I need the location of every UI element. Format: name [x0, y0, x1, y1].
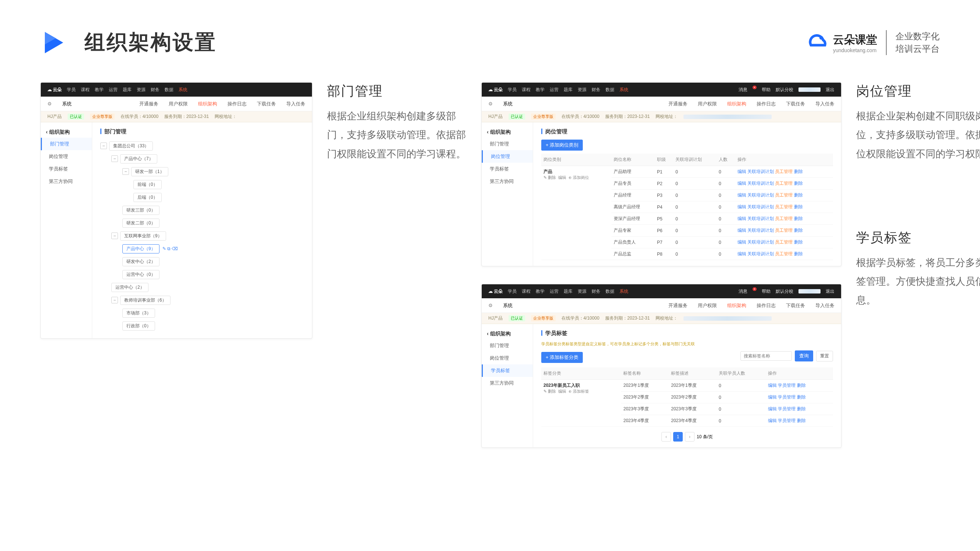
tag-category-cell[interactable]: 2023年新员工入职✎ 删除 编辑 ⊕ 添加标签 [541, 380, 621, 427]
tab-download[interactable]: 下载任务 [257, 101, 276, 107]
row-ops[interactable]: 编辑 关联培训计划 员工管理 删除 [735, 166, 833, 178]
page-1[interactable]: 1 [673, 432, 683, 441]
logout-link[interactable]: 退出 [826, 288, 835, 295]
row-ops[interactable]: 编辑 关联培训计划 员工管理 删除 [735, 225, 833, 237]
help-link[interactable]: 帮助 [762, 87, 770, 93]
sidenav-third[interactable]: 第三方协同 [41, 175, 92, 188]
nav-ops[interactable]: 运营 [109, 87, 118, 93]
tree-node[interactable]: 后端（0） [134, 193, 162, 202]
reset-button[interactable]: 重置 [816, 351, 833, 362]
nav-item[interactable]: 财务 [592, 87, 600, 93]
nav-item[interactable]: 资源 [578, 288, 587, 295]
row-ops[interactable]: 编辑 关联培训计划 员工管理 删除 [735, 237, 833, 248]
nav-item[interactable]: 题库 [564, 288, 573, 295]
help-link[interactable]: 帮助 [762, 288, 770, 295]
tab[interactable]: 导入任务 [815, 302, 835, 309]
tag-search-input[interactable] [740, 351, 792, 361]
sidenav-back[interactable]: ‹ 组织架构 [41, 127, 92, 138]
add-tag-category-button[interactable]: + 添加标签分类 [541, 352, 583, 363]
tab[interactable]: 下载任务 [786, 302, 805, 309]
post-category-cell[interactable]: 产品✎ 删除 编辑 ⊕ 添加岗位 [541, 166, 611, 260]
tab[interactable]: 操作日志 [757, 101, 776, 107]
tree-node-active[interactable]: 产品中心（9） [123, 244, 159, 254]
nav-item[interactable]: 学员 [508, 87, 517, 93]
nav-courses[interactable]: 课程 [81, 87, 90, 93]
search-button[interactable]: 查询 [795, 351, 813, 362]
nav-finance[interactable]: 财务 [151, 87, 159, 93]
tab[interactable]: 组织架构 [727, 101, 746, 107]
msg-link[interactable]: 消息 [738, 288, 748, 295]
row-ops[interactable]: 编辑 学员管理 删除 [766, 403, 833, 415]
nav-item[interactable]: 资源 [578, 87, 587, 93]
sidenav-dept[interactable]: 部门管理 [482, 340, 533, 352]
nav-item[interactable]: 教学 [536, 87, 544, 93]
nav-question[interactable]: 题库 [123, 87, 132, 93]
tree-node[interactable]: 市场部（3） [123, 308, 155, 318]
sidenav-dept[interactable]: 部门管理 [482, 138, 533, 150]
tree-toggle-icon[interactable]: − [111, 297, 118, 303]
nav-item[interactable]: 课程 [522, 87, 531, 93]
tab[interactable]: 操作日志 [757, 302, 776, 309]
tree-node[interactable]: 运营中心（0） [123, 270, 159, 279]
nav-item[interactable]: 教学 [536, 288, 544, 295]
tab[interactable]: 下载任务 [786, 101, 805, 107]
page-size[interactable]: 10 条/页 [697, 434, 713, 440]
page-prev[interactable]: ‹ [662, 432, 671, 441]
tab-open-service[interactable]: 开通服务 [139, 101, 158, 107]
tree-node[interactable]: 教师培训事业部（6） [120, 296, 170, 305]
nav-item[interactable]: 课程 [522, 288, 531, 295]
tree-node[interactable]: 运营中心（2） [111, 283, 148, 292]
tab-user-perm[interactable]: 用户权限 [169, 101, 188, 107]
tree-node[interactable]: 研发一部（1） [131, 167, 168, 176]
nav-item[interactable]: 系统 [619, 87, 628, 93]
tab-log[interactable]: 操作日志 [228, 101, 247, 107]
tab[interactable]: 用户权限 [698, 101, 717, 107]
sidenav-back[interactable]: ‹ 组织架构 [482, 329, 533, 340]
sidenav-tag[interactable]: 学员标签 [41, 163, 92, 175]
sidenav-post[interactable]: 岗位管理 [41, 150, 92, 163]
row-ops[interactable]: 编辑 关联培训计划 员工管理 删除 [735, 248, 833, 260]
add-post-category-button[interactable]: + 添加岗位类别 [541, 140, 583, 151]
nav-item[interactable]: 学员 [508, 288, 517, 295]
msg-link[interactable]: 消息 [738, 87, 748, 93]
nav-item[interactable]: 数据 [606, 288, 614, 295]
logout-link[interactable]: 退出 [826, 87, 835, 93]
tree-node[interactable]: 研发二部（0） [123, 219, 159, 228]
nav-item[interactable]: 系统 [619, 288, 628, 295]
row-ops[interactable]: 编辑 关联培训计划 员工管理 删除 [735, 201, 833, 213]
nav-item[interactable]: 题库 [564, 87, 573, 93]
row-ops[interactable]: 编辑 学员管理 删除 [766, 392, 833, 403]
tree-toggle-icon[interactable]: − [100, 143, 107, 149]
branch-link[interactable]: 默认分校 [776, 87, 793, 93]
tab[interactable]: 导入任务 [815, 101, 835, 107]
sidenav-post[interactable]: 岗位管理 [482, 352, 533, 364]
tree-toggle-icon[interactable]: − [111, 156, 118, 162]
tree-node[interactable]: 行政部（0） [123, 321, 155, 330]
sidenav-post[interactable]: 岗位管理 [482, 150, 533, 163]
sidenav-dept[interactable]: 部门管理 [41, 138, 92, 150]
nav-item[interactable]: 运营 [550, 87, 558, 93]
row-ops[interactable]: 编辑 学员管理 删除 [766, 415, 833, 427]
sidenav-third[interactable]: 第三方协同 [482, 175, 533, 188]
row-ops[interactable]: 编辑 关联培训计划 员工管理 删除 [735, 178, 833, 189]
tree-node[interactable]: 产品中心（7） [120, 154, 157, 164]
branch-link[interactable]: 默认分校 [776, 288, 793, 295]
tree-toggle-icon[interactable]: − [123, 168, 129, 175]
row-ops[interactable]: 编辑 关联培训计划 员工管理 删除 [735, 189, 833, 201]
tree-node[interactable]: 互联网事业部（9） [120, 232, 166, 241]
row-ops[interactable]: 编辑 关联培训计划 员工管理 删除 [735, 213, 833, 225]
tab-import[interactable]: 导入任务 [286, 101, 305, 107]
nav-system[interactable]: 系统 [178, 87, 188, 93]
tree-node[interactable]: 前端（0） [134, 180, 162, 189]
nav-data[interactable]: 数据 [165, 87, 173, 93]
tab[interactable]: 开通服务 [668, 302, 687, 309]
nav-item[interactable]: 运营 [550, 288, 558, 295]
sidenav-back[interactable]: ‹ 组织架构 [482, 127, 533, 138]
nav-resource[interactable]: 资源 [137, 87, 145, 93]
nav-item[interactable]: 财务 [592, 288, 600, 295]
tree-node[interactable]: 研发中心（2） [123, 257, 159, 266]
nav-item[interactable]: 数据 [606, 87, 614, 93]
nav-students[interactable]: 学员 [67, 87, 76, 93]
tree-toggle-icon[interactable]: − [111, 232, 118, 239]
node-action-icons[interactable]: ✎ ⧉ ⌫ [162, 246, 178, 251]
